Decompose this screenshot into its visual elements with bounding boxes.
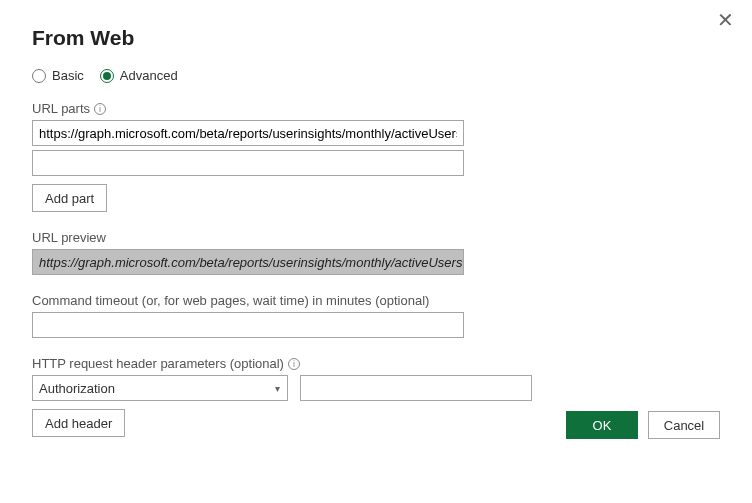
url-preview-box: https://graph.microsoft.com/beta/reports… [32, 249, 464, 275]
ok-button[interactable]: OK [566, 411, 638, 439]
header-name-select[interactable]: Authorization ▾ [32, 375, 288, 401]
advanced-radio[interactable]: Advanced [100, 68, 178, 83]
info-icon[interactable]: i [288, 358, 300, 370]
advanced-radio-label: Advanced [120, 68, 178, 83]
radio-dot-icon [103, 72, 111, 80]
radio-icon [100, 69, 114, 83]
command-timeout-label: Command timeout (or, for web pages, wait… [32, 293, 720, 308]
url-parts-stack [32, 120, 720, 176]
mode-radio-group: Basic Advanced [32, 68, 720, 83]
from-web-dialog: ✕ From Web Basic Advanced URL parts i Ad… [0, 0, 752, 457]
url-part-input-2[interactable] [32, 150, 464, 176]
info-icon[interactable]: i [94, 103, 106, 115]
radio-icon [32, 69, 46, 83]
cancel-button[interactable]: Cancel [648, 411, 720, 439]
header-value-input[interactable] [300, 375, 532, 401]
close-icon[interactable]: ✕ [717, 10, 734, 30]
header-name-value: Authorization [39, 381, 115, 396]
dialog-title: From Web [32, 26, 720, 50]
add-part-button[interactable]: Add part [32, 184, 107, 212]
header-row: Authorization ▾ [32, 375, 720, 401]
http-headers-label: HTTP request header parameters (optional… [32, 356, 720, 371]
url-parts-label: URL parts i [32, 101, 720, 116]
url-part-input-1[interactable] [32, 120, 464, 146]
basic-radio[interactable]: Basic [32, 68, 84, 83]
command-timeout-input[interactable] [32, 312, 464, 338]
dialog-footer: OK Cancel [566, 411, 720, 439]
url-preview-label: URL preview [32, 230, 720, 245]
add-header-button[interactable]: Add header [32, 409, 125, 437]
basic-radio-label: Basic [52, 68, 84, 83]
